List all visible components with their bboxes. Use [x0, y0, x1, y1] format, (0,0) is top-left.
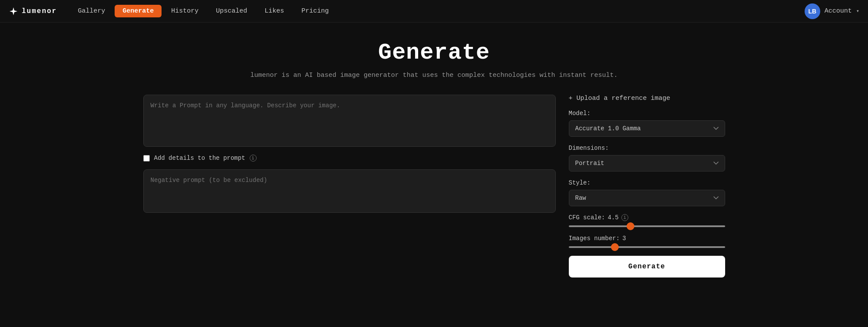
images-number-slider[interactable]: [569, 246, 725, 248]
logo-icon: [9, 7, 18, 16]
generate-button[interactable]: Generate: [569, 256, 725, 277]
cfg-scale-label: CFG scale: 4.5 i: [569, 214, 725, 221]
style-field-group: Style: Raw Photorealistic Anime Digital …: [569, 179, 725, 206]
images-number-label: Images number: 3: [569, 235, 725, 242]
style-select[interactable]: Raw Photorealistic Anime Digital Art: [569, 190, 725, 206]
cfg-scale-slider[interactable]: [569, 225, 725, 227]
add-details-checkbox[interactable]: [143, 155, 150, 162]
right-panel: + Upload a reference image Model: Accura…: [569, 95, 725, 277]
model-label: Model:: [569, 110, 725, 117]
main-content: Generate lumenor is an AI based image ge…: [0, 23, 868, 295]
account-menu[interactable]: LB Account ▾: [805, 3, 859, 19]
nav-pricing[interactable]: Pricing: [294, 5, 337, 17]
nav-links: Gallery Generate History Upscaled Likes …: [70, 5, 805, 17]
nav-likes[interactable]: Likes: [257, 5, 292, 17]
page-subtitle: lumenor is an AI based image generator t…: [250, 72, 617, 79]
account-label: Account: [825, 7, 852, 15]
content-area: Add details to the prompt i + Upload a r…: [143, 95, 725, 277]
add-details-row: Add details to the prompt i: [143, 153, 556, 163]
cfg-scale-row: CFG scale: 4.5 i: [569, 214, 725, 227]
nav-generate[interactable]: Generate: [115, 5, 162, 17]
cfg-info-icon[interactable]: i: [621, 214, 628, 221]
avatar: LB: [805, 3, 820, 19]
nav-upscaled[interactable]: Upscaled: [208, 5, 255, 17]
negative-prompt-input[interactable]: [143, 169, 556, 213]
dimensions-select[interactable]: Portrait Landscape Square: [569, 155, 725, 172]
nav-gallery[interactable]: Gallery: [70, 5, 113, 17]
style-label: Style:: [569, 179, 725, 186]
model-select[interactable]: Accurate 1.0 Gamma Creative 2.0 Realisti…: [569, 120, 725, 137]
prompt-input[interactable]: [143, 95, 556, 147]
left-panel: Add details to the prompt i: [143, 95, 556, 213]
dimensions-field-group: Dimensions: Portrait Landscape Square: [569, 145, 725, 172]
logo[interactable]: lumenor: [9, 7, 57, 16]
model-field-group: Model: Accurate 1.0 Gamma Creative 2.0 R…: [569, 110, 725, 137]
navbar: lumenor Gallery Generate History Upscale…: [0, 0, 868, 23]
images-number-row: Images number: 3: [569, 235, 725, 248]
nav-history[interactable]: History: [163, 5, 206, 17]
add-details-info-icon[interactable]: i: [250, 155, 257, 162]
page-title: Generate: [378, 40, 490, 66]
logo-text: lumenor: [22, 7, 57, 15]
add-details-label: Add details to the prompt: [154, 155, 245, 162]
dimensions-label: Dimensions:: [569, 145, 725, 152]
chevron-down-icon: ▾: [856, 8, 859, 14]
upload-reference-button[interactable]: + Upload a reference image: [569, 95, 725, 102]
